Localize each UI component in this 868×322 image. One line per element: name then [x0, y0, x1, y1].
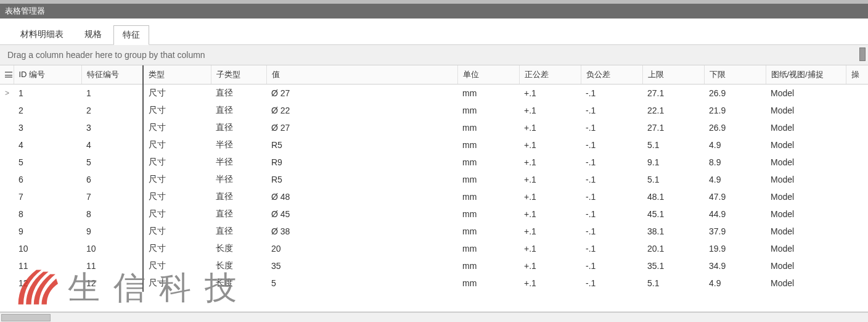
- cell-type: 尺寸: [143, 275, 211, 292]
- row-expand-toggle[interactable]: [0, 257, 14, 275]
- cell-upper: 48.1: [642, 188, 704, 205]
- cell-op: [846, 240, 868, 257]
- table-row[interactable]: >11尺寸直径Ø 27mm+.1-.127.126.9Model: [0, 85, 868, 102]
- cell-type: 尺寸: [143, 223, 211, 240]
- cell-unit: mm: [457, 85, 519, 102]
- column-chooser-button[interactable]: [859, 47, 866, 61]
- col-feat-num[interactable]: 特征编号: [81, 65, 143, 85]
- cell-lower: 4.9: [704, 171, 766, 188]
- cell-op: [846, 188, 868, 205]
- table-row[interactable]: 55尺寸半径R9mm+.1-.19.18.9Model: [0, 154, 868, 171]
- cell-upper: 5.1: [642, 171, 704, 188]
- cell-subtype: 半径: [211, 136, 266, 154]
- row-expand-toggle[interactable]: [0, 205, 14, 223]
- table-row[interactable]: 44尺寸半径R5mm+.1-.15.14.9Model: [0, 136, 868, 154]
- horizontal-scrollbar[interactable]: [0, 312, 868, 322]
- cell-id: 6: [14, 171, 81, 188]
- table-row[interactable]: 22尺寸直径Ø 22mm+.1-.122.121.9Model: [0, 102, 868, 119]
- table-scroll-area: ID 编号 特征编号 类型 子类型 值 单位 正公差 负公差 上限 下限 图纸/…: [0, 65, 868, 312]
- cell-value: R5: [266, 171, 457, 188]
- tab-spec[interactable]: 规格: [75, 25, 111, 44]
- cell-drawing: Model: [766, 205, 846, 223]
- cell-drawing: Model: [766, 119, 846, 136]
- cell-pos-tol: +.1: [519, 154, 581, 171]
- cell-unit: mm: [457, 136, 519, 154]
- table-row[interactable]: 88尺寸直径Ø 45mm+.1-.145.144.9Model: [0, 205, 868, 223]
- cell-upper: 27.1: [642, 119, 704, 136]
- cell-unit: mm: [457, 223, 519, 240]
- cell-drawing: Model: [766, 136, 846, 154]
- cell-unit: mm: [457, 257, 519, 275]
- cell-lower: 47.9: [704, 188, 766, 205]
- table-row[interactable]: 66尺寸半径R5mm+.1-.15.14.9Model: [0, 171, 868, 188]
- cell-lower: 34.9: [704, 257, 766, 275]
- cell-pos-tol: +.1: [519, 188, 581, 205]
- col-unit[interactable]: 单位: [457, 65, 519, 85]
- table-row[interactable]: 77尺寸直径Ø 48mm+.1-.148.147.9Model: [0, 188, 868, 205]
- tab-feature[interactable]: 特征: [113, 25, 149, 45]
- cell-id: 5: [14, 154, 81, 171]
- row-expand-toggle[interactable]: [0, 154, 14, 171]
- table-row[interactable]: 1212尺寸长度5mm+.1-.15.14.9Model: [0, 275, 868, 292]
- cell-lower: 19.9: [704, 240, 766, 257]
- cell-type: 尺寸: [143, 240, 211, 257]
- row-expand-toggle[interactable]: [0, 275, 14, 292]
- cell-id: 7: [14, 188, 81, 205]
- cell-lower: 26.9: [704, 119, 766, 136]
- table-row[interactable]: 33尺寸直径Ø 27mm+.1-.127.126.9Model: [0, 119, 868, 136]
- col-pos-tol[interactable]: 正公差: [519, 65, 581, 85]
- row-expand-toggle[interactable]: [0, 136, 14, 154]
- cell-drawing: Model: [766, 257, 846, 275]
- col-neg-tol[interactable]: 负公差: [581, 65, 642, 85]
- scrollbar-thumb[interactable]: [1, 314, 51, 321]
- col-subtype[interactable]: 子类型: [211, 65, 266, 85]
- col-op[interactable]: 操: [846, 65, 868, 85]
- tab-bom[interactable]: 材料明细表: [11, 25, 73, 44]
- table-row[interactable]: 99尺寸直径Ø 38mm+.1-.138.137.9Model: [0, 223, 868, 240]
- cell-upper: 22.1: [642, 102, 704, 119]
- cell-neg-tol: -.1: [581, 240, 642, 257]
- row-expand-toggle[interactable]: >: [0, 85, 14, 102]
- header-menu-button[interactable]: [0, 65, 14, 85]
- cell-type: 尺寸: [143, 257, 211, 275]
- cell-neg-tol: -.1: [581, 119, 642, 136]
- cell-subtype: 直径: [211, 223, 266, 240]
- col-lower[interactable]: 下限: [704, 65, 766, 85]
- col-type[interactable]: 类型: [143, 65, 211, 85]
- row-expand-toggle[interactable]: [0, 171, 14, 188]
- row-expand-toggle[interactable]: [0, 223, 14, 240]
- cell-unit: mm: [457, 171, 519, 188]
- cell-lower: 21.9: [704, 102, 766, 119]
- cell-feat-num: 10: [81, 240, 143, 257]
- cell-pos-tol: +.1: [519, 136, 581, 154]
- header-row: ID 编号 特征编号 类型 子类型 值 单位 正公差 负公差 上限 下限 图纸/…: [0, 65, 868, 85]
- cell-upper: 45.1: [642, 205, 704, 223]
- col-drawing[interactable]: 图纸/视图/捕捉: [766, 65, 846, 85]
- row-expand-toggle[interactable]: [0, 240, 14, 257]
- cell-value: R9: [266, 154, 457, 171]
- cell-drawing: Model: [766, 223, 846, 240]
- cell-op: [846, 171, 868, 188]
- col-value[interactable]: 值: [266, 65, 457, 85]
- cell-feat-num: 6: [81, 171, 143, 188]
- cell-unit: mm: [457, 240, 519, 257]
- row-expand-toggle[interactable]: [0, 119, 14, 136]
- table-row[interactable]: 1111尺寸长度35mm+.1-.135.134.9Model: [0, 257, 868, 275]
- table-row[interactable]: 1010尺寸长度20mm+.1-.120.119.9Model: [0, 240, 868, 257]
- cell-feat-num: 1: [81, 85, 143, 102]
- cell-lower: 4.9: [704, 275, 766, 292]
- cell-lower: 4.9: [704, 136, 766, 154]
- cell-lower: 37.9: [704, 223, 766, 240]
- cell-op: [846, 85, 868, 102]
- row-expand-toggle[interactable]: [0, 102, 14, 119]
- row-expand-toggle[interactable]: [0, 188, 14, 205]
- group-hint-text: Drag a column header here to group by th…: [7, 50, 205, 60]
- feature-table: ID 编号 特征编号 类型 子类型 值 单位 正公差 负公差 上限 下限 图纸/…: [0, 65, 868, 292]
- col-id[interactable]: ID 编号: [14, 65, 81, 85]
- cell-pos-tol: +.1: [519, 223, 581, 240]
- cell-feat-num: 8: [81, 205, 143, 223]
- cell-type: 尺寸: [143, 85, 211, 102]
- cell-neg-tol: -.1: [581, 275, 642, 292]
- group-by-drop-area[interactable]: Drag a column header here to group by th…: [0, 45, 868, 65]
- col-upper[interactable]: 上限: [642, 65, 704, 85]
